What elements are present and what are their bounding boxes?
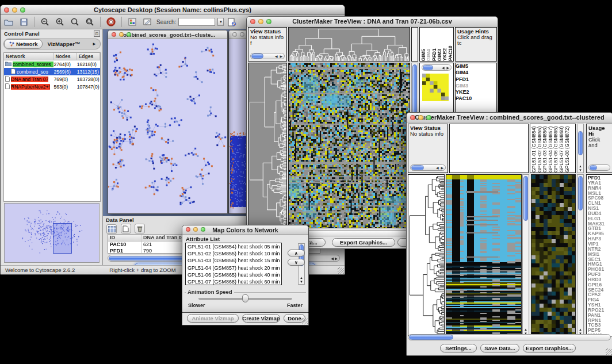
- network-list-row[interactable]: combined_sco2569(6)13112(15): [4, 68, 100, 75]
- close-button[interactable]: [4, 7, 9, 13]
- network-list-row[interactable]: RNAPuberNov2+!563(0)107847(0): [4, 83, 100, 90]
- minimize-button[interactable]: [12, 7, 17, 13]
- network-list-row[interactable]: combined_scores_2764(0)16218(0): [4, 60, 100, 68]
- create-vizmap-button[interactable]: Create Vizmap: [242, 314, 280, 323]
- attribute-listbox[interactable]: GPL51-01 (GSM854) heat shock 05 minGPL51…: [185, 243, 282, 285]
- export-graphics-button[interactable]: Export Graphics...: [523, 344, 576, 352]
- zoom-button[interactable]: [426, 115, 431, 120]
- scrollbar-arrows[interactable]: [331, 256, 338, 261]
- annotation-icon[interactable]: [141, 17, 153, 27]
- tv2-zoom-vscrollbar[interactable]: [577, 174, 584, 336]
- tab-network[interactable]: Network: [4, 39, 43, 49]
- usage-hints-text: Click and: [588, 136, 600, 148]
- minimize-button[interactable]: [119, 32, 124, 37]
- gene-label[interactable]: YKE2: [456, 89, 496, 95]
- attribute-list-item[interactable]: GPL51-07 (GSM868) heat shock 60 min: [188, 278, 281, 285]
- attribute-list-item[interactable]: GPL51-03 (GSM856) heat shock 15 min: [188, 257, 281, 264]
- move-up-button[interactable]: ∧: [288, 250, 305, 256]
- animate-vizmap-button[interactable]: Animate Vizmap: [187, 314, 239, 323]
- resize-grip[interactable]: [301, 318, 308, 324]
- column-label: GIM3: [437, 28, 442, 61]
- tv1-zoom-heatmap[interactable]: [422, 74, 449, 101]
- settings-button[interactable]: Settings...: [440, 344, 477, 352]
- search-dropdown-arrow[interactable]: [217, 18, 224, 26]
- new-attribute-icon[interactable]: [121, 224, 131, 233]
- export-graphics-button[interactable]: Export Graphics...: [332, 238, 395, 247]
- attribute-list-item[interactable]: GPL51-04 (GSM857) heat shock 20 min: [188, 265, 281, 271]
- zoom-fit-icon[interactable]: [69, 17, 81, 27]
- network-list-row[interactable]: DNA and Tran 07769(0)183728(0): [4, 75, 100, 83]
- attribute-list-item[interactable]: GPL51-01 (GSM854) heat shock 05 min: [188, 243, 281, 250]
- tv1-heatmap[interactable]: [288, 63, 410, 228]
- column-label: GPL51-08 (GSM872): [564, 124, 570, 173]
- view-status-scrollbar[interactable]: [250, 53, 285, 59]
- minimize-button[interactable]: [193, 227, 198, 232]
- float-panel-icon[interactable]: ⊡: [94, 30, 100, 37]
- tv2-gene-list[interactable]: PFD1YRA1RNR4MSL1SPC98CLN1NIS1BUD4ELG1MAK…: [586, 174, 612, 336]
- gene-label[interactable]: GIM5: [456, 63, 496, 70]
- column-label: GPL51-06 (GSM865): [553, 124, 559, 173]
- tv2-zoom-heatmap[interactable]: [531, 174, 576, 336]
- open-session-button[interactable]: [3, 17, 14, 27]
- resize-grip[interactable]: [606, 348, 612, 355]
- zoom-out-icon[interactable]: [39, 17, 51, 27]
- tv2-vscrollbar[interactable]: [522, 174, 529, 336]
- search-input[interactable]: [178, 18, 215, 26]
- child-window-title-bar[interactable]: combined_scores_good.txt--cluste...: [108, 30, 227, 39]
- close-button[interactable]: [186, 227, 190, 232]
- tv1-column-dendrogram[interactable]: [288, 27, 410, 62]
- move-down-button[interactable]: ∨: [288, 259, 305, 266]
- tv2-hscrollbar[interactable]: [408, 334, 611, 340]
- tv2-column-dendrogram[interactable]: [449, 124, 529, 173]
- zoom-button[interactable]: [127, 32, 131, 37]
- gene-label[interactable]: PFD1: [456, 76, 496, 83]
- treeview2-title-bar[interactable]: ClusterMaker TreeView : combined_scores_…: [407, 113, 612, 122]
- gene-label[interactable]: GIM4: [456, 70, 496, 76]
- minimize-button[interactable]: [258, 19, 263, 24]
- vizmapper-icon[interactable]: [127, 17, 138, 27]
- tv2-heatmap[interactable]: [446, 174, 522, 336]
- usage-hints-title: Usage Hi: [588, 125, 605, 137]
- network-view-window[interactable]: combined_scores_good.txt--cluste...: [108, 30, 228, 214]
- main-title-bar[interactable]: Cytoscape Desktop (Session Name: collins…: [1, 5, 345, 15]
- column-header[interactable]: Network: [4, 53, 53, 60]
- network-file-icon[interactable]: [226, 17, 238, 27]
- zoom-button[interactable]: [201, 227, 205, 232]
- gene-label[interactable]: GIM3: [456, 83, 496, 89]
- close-button[interactable]: [112, 32, 116, 37]
- close-button[interactable]: [232, 32, 237, 37]
- help-lifebuoy-icon[interactable]: [105, 17, 117, 27]
- network-name: DNA and Tran 07: [11, 76, 48, 82]
- column-header[interactable]: Nodes: [53, 53, 76, 60]
- resize-grip[interactable]: [338, 267, 344, 274]
- column-header[interactable]: Edges: [77, 53, 100, 60]
- usage-hints-scrollbar[interactable]: [588, 164, 610, 171]
- tv2-header-vscrollbar[interactable]: [577, 124, 584, 173]
- select-attributes-icon[interactable]: [106, 224, 117, 234]
- gene-label[interactable]: PAC10: [456, 95, 496, 102]
- zoom-panel-scrollbar[interactable]: [422, 64, 452, 71]
- network-overview-panel[interactable]: [4, 203, 100, 263]
- zoom-in-icon[interactable]: [54, 17, 66, 27]
- tv2-row-dendrogram[interactable]: [408, 174, 445, 336]
- attribute-list-item[interactable]: GPL51-06 (GSM865) heat shock 40 min: [188, 271, 281, 278]
- view-status-scrollbar[interactable]: [410, 164, 446, 171]
- treeview1-title-bar[interactable]: ClusterMaker TreeView : DNA and Tran 07-…: [247, 17, 498, 26]
- dialog-title-bar[interactable]: Map Colors to Network: [182, 225, 308, 235]
- network-canvas[interactable]: [108, 39, 227, 213]
- delete-attribute-icon[interactable]: [135, 224, 145, 233]
- save-data-button[interactable]: Save Data...: [480, 344, 519, 352]
- close-button[interactable]: [410, 115, 415, 120]
- attribute-list-item[interactable]: GPL51-02 (GSM855) heat shock 10 min: [188, 250, 281, 257]
- minimize-button[interactable]: [240, 32, 244, 37]
- close-button[interactable]: [250, 19, 255, 24]
- zoom-button[interactable]: [20, 7, 25, 13]
- zoom-selected-icon[interactable]: [84, 17, 95, 27]
- tv1-row-dendrogram[interactable]: [248, 63, 287, 228]
- zoom-button[interactable]: [266, 19, 271, 24]
- speed-slider-thumb[interactable]: [242, 294, 248, 302]
- minimize-button[interactable]: [418, 115, 423, 120]
- save-session-button[interactable]: [18, 17, 29, 27]
- tab-overflow-arrow[interactable]: ►: [92, 41, 100, 47]
- tab-vizmapper[interactable]: VizMapper™: [43, 41, 85, 47]
